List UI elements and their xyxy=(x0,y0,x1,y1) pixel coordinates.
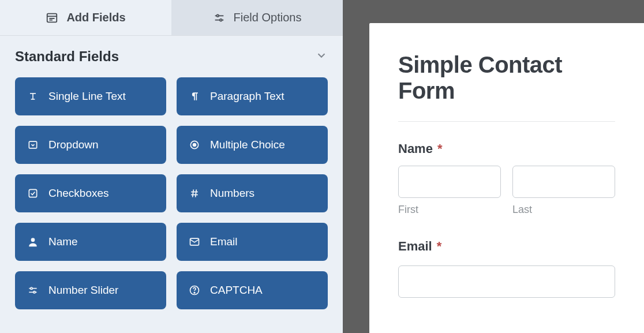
form-title[interactable]: Simple Contact Form xyxy=(398,52,615,104)
name-label-row: Name * xyxy=(398,141,615,156)
builder-sidebar: Add Fields Field Options Standard Fields xyxy=(0,0,343,333)
svg-rect-11 xyxy=(29,141,36,148)
preview-name-field[interactable]: Name * First Last xyxy=(398,141,615,216)
required-asterisk: * xyxy=(437,239,442,254)
svg-point-13 xyxy=(193,144,196,147)
field-label: Multiple Choice xyxy=(210,139,285,151)
sliders-icon xyxy=(27,284,39,297)
form-icon xyxy=(46,12,58,24)
first-name-input[interactable] xyxy=(398,166,501,198)
form-preview[interactable]: Simple Contact Form Name * First Last Em… xyxy=(369,23,644,333)
field-checkboxes[interactable]: Checkboxes xyxy=(15,174,166,212)
field-label: Checkboxes xyxy=(48,187,109,200)
name-label: Name xyxy=(398,141,433,156)
svg-point-19 xyxy=(31,238,35,242)
preview-email-field[interactable]: Email * xyxy=(398,239,615,298)
svg-point-24 xyxy=(33,291,35,293)
envelope-icon xyxy=(188,235,201,248)
svg-point-26 xyxy=(194,292,195,293)
field-single-line-text[interactable]: Single Line Text xyxy=(15,77,166,115)
svg-point-7 xyxy=(219,18,222,21)
pilcrow-icon xyxy=(188,90,201,103)
sliders-icon xyxy=(213,12,226,24)
field-label: Paragraph Text xyxy=(210,90,284,103)
email-label: Email xyxy=(398,239,432,254)
last-sublabel: Last xyxy=(512,204,615,216)
chevron-down-icon xyxy=(315,49,328,64)
text-cursor-icon xyxy=(27,90,39,103)
field-label: Single Line Text xyxy=(48,90,126,103)
svg-point-5 xyxy=(216,14,219,17)
field-label: Numbers xyxy=(210,187,254,200)
user-icon xyxy=(27,235,39,248)
tab-add-fields[interactable]: Add Fields xyxy=(0,0,171,35)
field-label: Email xyxy=(210,235,238,248)
tab-add-fields-label: Add Fields xyxy=(66,11,125,24)
first-sublabel: First xyxy=(398,204,501,216)
field-paragraph-text[interactable]: Paragraph Text xyxy=(177,77,328,115)
section-title: Standard Fields xyxy=(15,48,119,65)
svg-line-17 xyxy=(193,189,194,197)
svg-line-18 xyxy=(196,189,197,197)
field-email[interactable]: Email xyxy=(177,223,328,261)
svg-rect-14 xyxy=(29,189,36,197)
question-circle-icon xyxy=(188,284,201,297)
last-name-input[interactable] xyxy=(512,166,615,198)
dropdown-icon xyxy=(27,139,39,151)
field-numbers[interactable]: Numbers xyxy=(177,174,328,212)
field-label: Dropdown xyxy=(48,139,99,151)
field-dropdown[interactable]: Dropdown xyxy=(15,126,166,164)
email-label-row: Email * xyxy=(398,239,615,254)
section-header[interactable]: Standard Fields xyxy=(15,48,328,65)
field-number-slider[interactable]: Number Slider xyxy=(15,271,166,309)
field-grid: Single Line Text Paragraph Text Dropdown xyxy=(15,77,328,309)
tab-field-options[interactable]: Field Options xyxy=(171,0,343,35)
field-label: Number Slider xyxy=(48,284,118,297)
divider xyxy=(398,121,615,122)
hash-icon xyxy=(188,187,201,200)
checkbox-icon xyxy=(27,187,39,200)
field-multiple-choice[interactable]: Multiple Choice xyxy=(177,126,328,164)
field-captcha[interactable]: CAPTCHA xyxy=(177,271,328,309)
sidebar-tabs: Add Fields Field Options xyxy=(0,0,343,36)
radio-icon xyxy=(188,139,201,151)
tab-field-options-label: Field Options xyxy=(234,11,302,24)
field-label: CAPTCHA xyxy=(210,284,263,297)
standard-fields-section: Standard Fields Single Line Text Paragra… xyxy=(0,36,343,309)
form-canvas-backdrop: Simple Contact Form Name * First Last Em… xyxy=(343,0,644,333)
email-input[interactable] xyxy=(398,265,615,298)
field-label: Name xyxy=(48,235,78,248)
field-name[interactable]: Name xyxy=(15,223,166,261)
required-asterisk: * xyxy=(437,141,443,156)
svg-point-22 xyxy=(31,287,32,289)
